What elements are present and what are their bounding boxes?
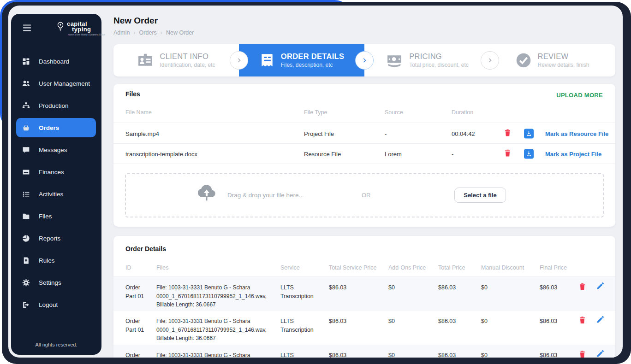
file-row: transcription-template.docx Resource Fil…	[113, 143, 615, 164]
delete-order-part-button[interactable]	[578, 282, 586, 292]
pie-chart-icon	[22, 235, 30, 242]
sidebar-item-production[interactable]: Production	[16, 96, 96, 115]
download-icon	[524, 149, 534, 159]
order-final-price: $86.03	[540, 317, 557, 326]
order-id: Order Part 01	[125, 351, 151, 358]
step-pricing[interactable]: PRICING Total price, discount, etc	[364, 44, 490, 76]
step-subtitle: Files, description, etc	[281, 62, 333, 68]
col-source: Source	[385, 109, 403, 116]
mark-as-project-link[interactable]: Mark as Project File	[545, 150, 601, 157]
download-file-button[interactable]	[524, 149, 534, 159]
message-icon	[22, 146, 30, 154]
sidebar-item-settings[interactable]: Settings	[16, 273, 96, 292]
download-icon	[524, 129, 534, 138]
step-order-details[interactable]: ORDER DETAILS Files, description, etc	[239, 44, 364, 76]
order-total-price: $86.03	[438, 283, 456, 292]
sidebar-item-files[interactable]: Files	[16, 206, 96, 226]
file-row: Sample.mp4 Project File - 00:04:42 Mark …	[113, 123, 615, 144]
gear-icon	[22, 279, 30, 287]
chevron-right-icon	[481, 51, 499, 70]
order-files: File: 1003-31-3331 Benuto G - Schara 000…	[156, 283, 277, 309]
app-logo: capital typing Home of the World's Smart…	[56, 21, 105, 36]
scroll-icon	[22, 257, 30, 264]
col-total-service-price: Total Service Price	[329, 264, 377, 271]
sidebar-item-label: Files	[39, 213, 52, 220]
sidebar-item-rules[interactable]: Rules	[16, 251, 96, 270]
step-subtitle: Identification, date, etc	[160, 62, 215, 68]
pencil-icon	[596, 282, 604, 292]
order-details-title: Order Details	[125, 245, 166, 252]
order-final-price: $86.03	[540, 351, 557, 358]
step-title: PRICING	[409, 52, 469, 61]
step-title: ORDER DETAILS	[281, 52, 344, 61]
col-manual-discount: Manual Discount	[481, 264, 524, 271]
order-total-service-price: $86.03	[329, 351, 346, 358]
order-row: Order Part 01 File: 1003-31-3331 Benuto …	[113, 311, 615, 345]
app-background: capital typing Home of the World's Smart…	[8, 6, 623, 358]
pencil-icon	[596, 316, 604, 325]
step-client-info[interactable]: CLIENT INFO Identification, date, etc	[113, 44, 239, 76]
file-name: Sample.mp4	[125, 130, 159, 137]
pencil-icon	[596, 350, 604, 358]
logo-wordmark: capital typing Home of the World's Smart…	[67, 21, 105, 36]
trash-icon	[504, 149, 512, 159]
order-manual-discount: $0	[481, 317, 488, 326]
col-file-type: File Type	[304, 109, 327, 116]
delete-file-button[interactable]	[504, 129, 512, 138]
file-duration: 00:04:42	[452, 130, 475, 137]
sidebar-item-label: Dashboard	[39, 58, 69, 65]
logo-tagline: Home of the World's Smartest Office	[68, 33, 105, 36]
files-section-title: Files	[125, 90, 140, 98]
sidebar-item-logout[interactable]: Logout	[16, 295, 96, 314]
edit-order-part-button[interactable]	[596, 282, 604, 292]
step-review[interactable]: REVIEW Review details, finish	[490, 44, 615, 76]
order-manual-discount: $0	[481, 351, 488, 358]
file-name: transcription-template.docx	[125, 150, 197, 157]
select-file-button[interactable]: Select a file	[454, 188, 506, 203]
sidebar-item-dashboard[interactable]: Dashboard	[16, 52, 96, 71]
delete-order-part-button[interactable]	[578, 316, 586, 326]
edit-order-part-button[interactable]	[596, 350, 604, 358]
dropzone-hint: Drag & drop your file here...	[227, 192, 304, 199]
sidebar-item-user-management[interactable]: User Management	[16, 74, 96, 93]
download-file-button[interactable]	[524, 129, 534, 138]
menu-toggle-button[interactable]	[21, 24, 32, 33]
upload-more-button[interactable]: UPLOAD MORE	[554, 91, 606, 99]
sidebar-item-finances[interactable]: Finances	[16, 162, 96, 182]
sidebar-item-label: Reports	[39, 235, 60, 242]
col-files: Files	[156, 264, 168, 271]
order-total-price: $86.03	[438, 351, 456, 358]
step-subtitle: Total price, discount, etc	[409, 62, 469, 68]
order-total-service-price: $86.03	[329, 283, 346, 292]
chevron-right-icon	[230, 51, 248, 70]
file-dropzone[interactable]: Drag & drop your file here... OR Select …	[125, 173, 604, 217]
sidebar-item-label: Orders	[39, 124, 59, 131]
dashboard-icon	[22, 58, 30, 65]
delete-order-part-button[interactable]	[578, 350, 586, 358]
breadcrumb-orders[interactable]: Orders	[133, 29, 156, 36]
sitemap-icon	[22, 102, 30, 110]
order-addons-price: $0	[388, 351, 395, 358]
breadcrumb-admin[interactable]: Admin	[113, 29, 130, 36]
edit-order-part-button[interactable]	[596, 316, 604, 325]
sidebar-item-reports[interactable]: Reports	[16, 229, 96, 248]
order-service: LLTS Transcription	[280, 317, 323, 335]
sidebar-item-activities[interactable]: Activities	[16, 184, 96, 204]
sidebar-item-label: Settings	[39, 279, 61, 286]
order-files: File: 1003-31-3331 Benuto G - Schara 000…	[156, 317, 277, 343]
users-icon	[22, 80, 30, 88]
file-source: -	[385, 130, 387, 137]
logout-icon	[22, 301, 30, 309]
mark-as-resource-link[interactable]: Mark as Resource File	[545, 130, 608, 137]
chevron-right-icon	[355, 51, 374, 70]
sidebar-item-orders[interactable]: Orders	[16, 118, 96, 137]
file-type: Resource File	[304, 150, 341, 157]
dropzone-or-label: OR	[362, 192, 371, 199]
order-addons-price: $0	[388, 317, 395, 326]
order-files: File: 1003-31-3331 Benuto G - Schara 000…	[156, 351, 277, 358]
order-row: Order Part 01 File: 1003-31-3331 Benuto …	[113, 345, 615, 358]
receipt-icon	[259, 53, 275, 68]
col-addons-price: Add-Ons Price	[388, 264, 426, 271]
delete-file-button[interactable]	[504, 149, 512, 159]
sidebar-item-messages[interactable]: Messages	[16, 140, 96, 159]
